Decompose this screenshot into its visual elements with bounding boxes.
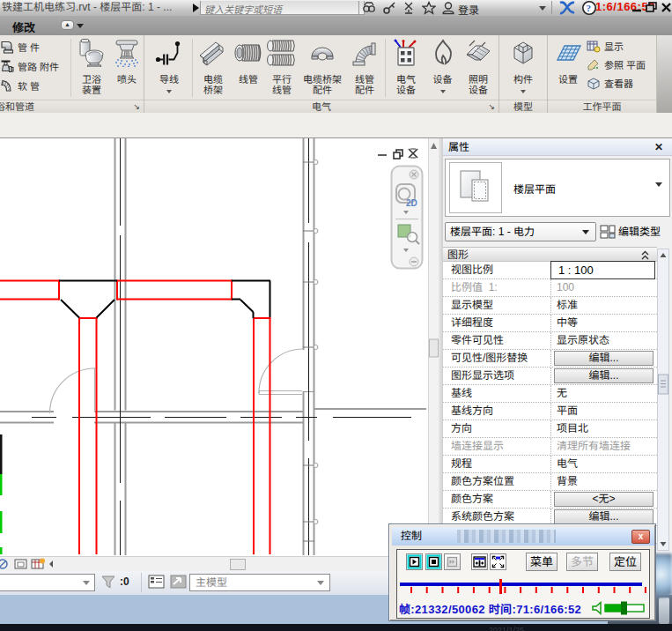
svg-text:?: ?	[587, 3, 592, 13]
svg-text:2D: 2D	[406, 198, 417, 208]
